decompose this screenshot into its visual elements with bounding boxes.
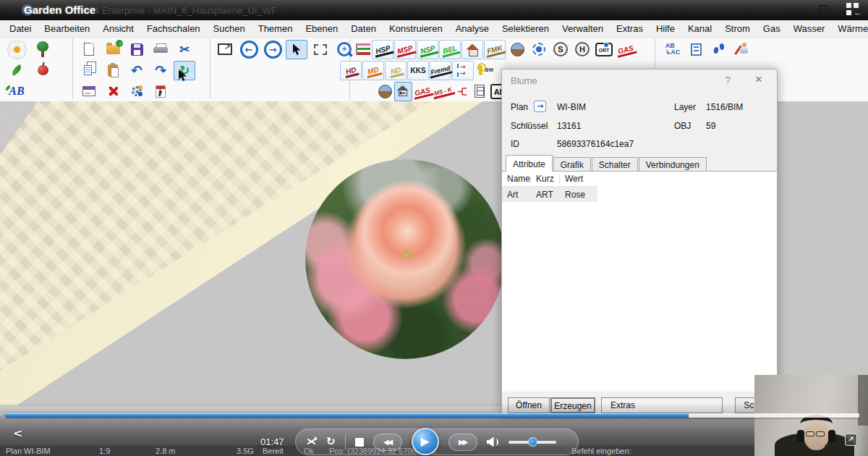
menu-item[interactable]: Ansicht (96, 20, 140, 38)
dialog-tab[interactable]: Schalter (592, 157, 638, 172)
dialog-tab[interactable]: Verbindungen (639, 157, 707, 172)
save-button[interactable] (126, 40, 148, 59)
video-progress-bar[interactable] (6, 413, 859, 418)
ab-logo-icon[interactable]: AB (6, 82, 27, 101)
volume-knob[interactable] (528, 437, 537, 447)
menu-item[interactable]: Wasser (787, 20, 832, 38)
nd-layer-button[interactable]: ND (385, 61, 407, 80)
flower-icon[interactable] (6, 40, 27, 59)
profile-lines-icon[interactable] (354, 40, 372, 59)
list-report-button[interactable] (685, 40, 707, 59)
apple-icon[interactable] (32, 61, 54, 80)
plan-goto-button[interactable]: → (534, 101, 546, 112)
volume-slider[interactable] (509, 441, 556, 444)
forward-button[interactable]: ▶▶ (448, 434, 477, 451)
s-mode-button[interactable]: S (550, 40, 571, 59)
minimize-button[interactable] (790, 12, 800, 13)
menu-item[interactable]: Analyse (449, 20, 495, 38)
house-arrow-button[interactable]: ← (394, 82, 412, 101)
menu-item[interactable]: Themen (252, 20, 299, 38)
table-row[interactable]: Art ART Rose (502, 187, 597, 202)
fremd-layer-button[interactable]: Fremd (430, 61, 451, 80)
house-plan-button[interactable] (461, 40, 483, 59)
tree-icon[interactable] (32, 40, 54, 59)
gas2-layer-button[interactable]: GAS (412, 82, 432, 101)
rose-photo-object[interactable] (305, 159, 505, 359)
view-back-button[interactable]: ← (238, 40, 260, 59)
loop-icon[interactable]: ↻ (326, 436, 336, 447)
menu-item[interactable]: Hilfe (650, 20, 681, 38)
create-button[interactable]: Erzeugen (550, 397, 595, 413)
window-panel-button[interactable] (78, 82, 100, 101)
settings-gears-button[interactable] (126, 82, 148, 101)
menu-item[interactable]: Bearbeiten (38, 20, 96, 38)
nsp-layer-button[interactable]: NSP (417, 40, 438, 59)
undo-button[interactable]: ↶ (126, 61, 148, 80)
extras-button[interactable]: Extras (601, 397, 723, 413)
open-button[interactable]: Öffnen (508, 397, 550, 413)
menu-item[interactable]: Selektieren (495, 20, 556, 38)
ort-button[interactable]: ORT (593, 40, 615, 59)
rewind-button[interactable]: ◀◀ (373, 434, 402, 451)
dialog-tab[interactable]: Grafik (553, 157, 591, 172)
maximize-button[interactable] (819, 5, 827, 14)
compare-icon[interactable] (306, 437, 317, 447)
open-file-button[interactable] (102, 40, 124, 59)
msk-layer-button[interactable]: MS - K (432, 82, 454, 101)
bel-layer-button[interactable]: BEL (439, 40, 461, 59)
menu-item[interactable]: Suchen (207, 20, 252, 38)
water-globe-icon[interactable] (506, 40, 528, 59)
trace-tool-button[interactable]: →→ (452, 61, 474, 80)
fmk-layer-button[interactable]: FMK (484, 40, 506, 59)
water-globe2-icon[interactable] (376, 82, 394, 101)
miniplayer-icon[interactable]: ← (846, 3, 861, 15)
cut-button[interactable]: ✂ (174, 40, 195, 59)
gas-layer-button[interactable]: GAS (615, 40, 637, 59)
menu-item[interactable]: Kanal (681, 20, 718, 38)
redo-button[interactable]: ↷ (150, 61, 171, 80)
menu-item[interactable]: Gas (757, 20, 787, 38)
menu-item[interactable]: Daten (344, 20, 383, 38)
footsteps-icon[interactable] (708, 40, 730, 59)
delete-button[interactable] (102, 82, 124, 101)
exit-button[interactable] (150, 82, 171, 101)
leaf-icon[interactable] (6, 61, 27, 80)
target-circle-icon[interactable] (528, 40, 550, 59)
h-mode-button[interactable]: H (571, 40, 593, 59)
menu-item[interactable]: Verwalten (556, 20, 610, 38)
cabinet-icon[interactable] (471, 82, 488, 101)
md-layer-button[interactable]: MD (362, 61, 384, 80)
copy-button[interactable] (78, 61, 100, 80)
pointer-tool-button[interactable] (286, 40, 307, 59)
branch-tool-icon[interactable] (454, 82, 471, 101)
menu-item[interactable]: Strom (718, 20, 757, 38)
marquee-select-button[interactable] (310, 40, 331, 59)
menu-item[interactable]: Konstruieren (383, 20, 449, 38)
menu-item[interactable]: Fachschalen (140, 20, 207, 38)
volume-icon[interactable] (487, 437, 499, 447)
close-icon[interactable]: × (755, 72, 762, 87)
horizontal-scrollbar[interactable] (0, 405, 501, 413)
menu-item[interactable]: Wärme (831, 20, 868, 38)
msp-layer-button[interactable]: MSP (394, 40, 416, 59)
help-icon[interactable]: ? (725, 75, 731, 86)
menu-item[interactable]: Datei (3, 20, 38, 38)
resize-view-button[interactable] (214, 40, 236, 59)
zoom-in-button[interactable] (333, 40, 355, 59)
bw-key-button[interactable]: BW (475, 61, 496, 80)
webcam-expand-icon[interactable]: ↗ (845, 434, 857, 446)
dialog-tab[interactable]: Attribute (506, 155, 553, 172)
view-forward-button[interactable]: → (262, 40, 284, 59)
stop-button[interactable] (355, 438, 364, 447)
play-button[interactable]: ▶ (412, 428, 439, 455)
player-back-chevron[interactable]: < (13, 426, 22, 440)
print-button[interactable] (150, 40, 171, 59)
menu-item[interactable]: Extras (610, 20, 650, 38)
kks-layer-button[interactable]: KKS (407, 61, 429, 80)
new-file-button[interactable] (78, 40, 100, 59)
abac-rename-button[interactable]: AB↳AC (662, 40, 684, 59)
paste-button[interactable] (102, 61, 124, 80)
cleanup-button[interactable] (731, 40, 753, 59)
hsp-layer-button[interactable]: HSP (372, 40, 393, 59)
menu-item[interactable]: Ebenen (299, 20, 344, 38)
